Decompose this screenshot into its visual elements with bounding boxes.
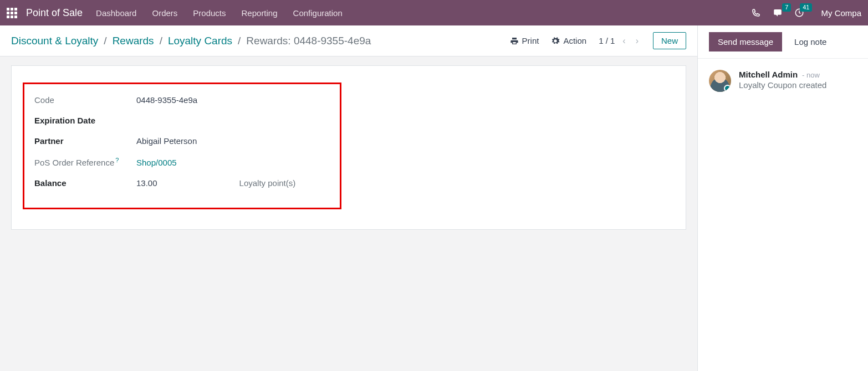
messages-badge: 7	[782, 3, 791, 12]
print-button[interactable]: Print	[510, 36, 539, 45]
pager-next-icon[interactable]: ›	[634, 36, 641, 46]
breadcrumb-discount-loyalty[interactable]: Discount & Loyalty	[11, 35, 98, 47]
topbar-right: 7 41 My Compa	[751, 8, 861, 18]
controlbar: Discount & Loyalty / Rewards / Loyalty C…	[0, 25, 697, 56]
chatter-message: Mitchell Admin - now Loyalty Coupon crea…	[709, 70, 857, 92]
expiration-label: Expiration Date	[34, 116, 136, 125]
message-content: Mitchell Admin - now Loyalty Coupon crea…	[739, 70, 826, 92]
control-actions: Print Action 1 / 1 ‹ › New	[510, 32, 686, 49]
content: Code 0448-9355-4e9a Expiration Date Part…	[0, 56, 697, 371]
field-balance: Balance 13.00 Loyalty point(s)	[34, 173, 330, 193]
messages-icon[interactable]: 7	[772, 8, 783, 18]
breadcrumb-sep: /	[238, 35, 241, 47]
topbar: Point of Sale Dashboard Orders Products …	[0, 0, 868, 25]
company-switcher[interactable]: My Compa	[821, 8, 861, 18]
send-message-button[interactable]: Send message	[709, 32, 782, 51]
breadcrumb-loyalty-cards[interactable]: Loyalty Cards	[168, 35, 232, 47]
nav-dashboard[interactable]: Dashboard	[96, 8, 136, 18]
page: Discount & Loyalty / Rewards / Loyalty C…	[0, 25, 868, 371]
app-brand[interactable]: Point of Sale	[26, 7, 83, 19]
chatter-sidebar: Send message Log note Mitchell Admin - n…	[697, 25, 868, 371]
field-code: Code 0448-9355-4e9a	[34, 90, 330, 110]
pager-prev-icon[interactable]: ‹	[620, 36, 627, 46]
partner-value[interactable]: Abigail Peterson	[136, 136, 197, 146]
breadcrumb-sep: /	[160, 35, 162, 47]
pos-ref-label: PoS Order Reference?	[34, 157, 136, 167]
phone-icon[interactable]	[751, 8, 761, 18]
form-card: Code 0448-9355-4e9a Expiration Date Part…	[11, 65, 686, 230]
code-label: Code	[34, 95, 136, 105]
nav-links: Dashboard Orders Products Reporting Conf…	[96, 8, 343, 18]
avatar[interactable]	[709, 70, 731, 92]
nav-products[interactable]: Products	[193, 8, 226, 18]
breadcrumb-rewards[interactable]: Rewards	[113, 35, 154, 47]
new-button[interactable]: New	[653, 32, 686, 49]
print-icon	[510, 37, 519, 45]
activities-badge: 41	[800, 3, 812, 12]
pager-count[interactable]: 1 / 1	[599, 36, 615, 45]
breadcrumb-sep: /	[104, 35, 106, 47]
field-partner: Partner Abigail Peterson	[34, 131, 330, 151]
nav-configuration[interactable]: Configuration	[293, 8, 343, 18]
message-body: Loyalty Coupon created	[739, 80, 826, 90]
pager: 1 / 1 ‹ ›	[599, 36, 641, 46]
field-expiration: Expiration Date	[34, 110, 330, 131]
action-button[interactable]: Action	[551, 36, 586, 45]
breadcrumb: Discount & Loyalty / Rewards / Loyalty C…	[11, 35, 371, 47]
field-pos-ref: PoS Order Reference? Shop/0005	[34, 151, 330, 173]
nav-orders[interactable]: Orders	[152, 8, 177, 18]
log-note-button[interactable]: Log note	[785, 32, 835, 51]
action-label: Action	[563, 36, 586, 45]
partner-label: Partner	[34, 136, 136, 146]
chatter-actions: Send message Log note	[698, 25, 868, 59]
main-column: Discount & Loyalty / Rewards / Loyalty C…	[0, 25, 697, 371]
balance-value[interactable]: 13.00	[136, 178, 157, 188]
apps-icon[interactable]	[7, 8, 17, 18]
message-timestamp: - now	[802, 71, 820, 79]
pos-ref-link[interactable]: Shop/0005	[136, 158, 177, 167]
nav-reporting[interactable]: Reporting	[242, 8, 278, 18]
code-value[interactable]: 0448-9355-4e9a	[136, 95, 197, 105]
balance-label: Balance	[34, 178, 136, 188]
breadcrumb-current: Rewards: 0448-9355-4e9a	[246, 35, 371, 47]
gear-icon	[551, 37, 560, 45]
print-label: Print	[522, 36, 539, 45]
message-author[interactable]: Mitchell Admin	[739, 70, 798, 79]
balance-unit: Loyalty point(s)	[239, 178, 296, 188]
activities-icon[interactable]: 41	[794, 8, 804, 18]
chatter-body: Mitchell Admin - now Loyalty Coupon crea…	[698, 59, 868, 103]
highlighted-region: Code 0448-9355-4e9a Expiration Date Part…	[23, 83, 341, 209]
help-icon[interactable]: ?	[115, 157, 119, 163]
presence-indicator	[724, 85, 731, 92]
